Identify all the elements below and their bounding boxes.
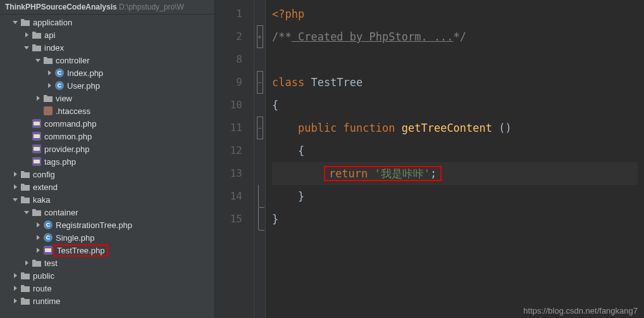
expand-arrow-icon[interactable] — [34, 234, 42, 241]
folder-icon — [20, 194, 30, 205]
expand-arrow-icon[interactable] — [11, 297, 19, 305]
code-token: } — [272, 213, 278, 226]
folder-extend[interactable]: extend — [0, 181, 214, 193]
php-icon — [43, 245, 53, 255]
expand-arrow-icon[interactable] — [34, 56, 42, 64]
folder-controller[interactable]: controller — [0, 54, 214, 67]
folder-public[interactable]: public — [0, 269, 214, 282]
expand-arrow-icon — [23, 158, 30, 165]
folder-kaka[interactable]: kaka — [0, 193, 214, 206]
line-number: 10 — [215, 94, 254, 117]
project-path: D:\phpstudy_pro\W — [119, 3, 184, 11]
line-number: 9 — [215, 71, 254, 94]
expand-arrow-icon — [23, 145, 30, 153]
class-icon: C — [43, 220, 53, 230]
line-number: 13 — [215, 162, 254, 185]
file-provider-php[interactable]: provider.php — [0, 143, 214, 155]
tree-item-label: Single.php — [56, 233, 94, 243]
expand-arrow-icon[interactable] — [46, 82, 53, 89]
tree-item-label: TestTree.php — [53, 245, 108, 257]
folder-icon — [32, 258, 42, 268]
fold-indicator — [254, 162, 265, 185]
file-tags-php[interactable]: tags.php — [0, 155, 214, 168]
file-common-php[interactable]: common.php — [0, 130, 214, 143]
file-registrationtree-php[interactable]: CRegistrationTree.php — [0, 219, 214, 231]
folder-icon — [32, 42, 42, 53]
line-number: 14 — [215, 185, 254, 208]
watermark: https://blog.csdn.net/fangkang7 — [523, 306, 638, 315]
tree-item-label: command.php — [44, 119, 96, 129]
expand-arrow-icon[interactable] — [11, 284, 19, 292]
expand-arrow-icon[interactable] — [34, 94, 42, 102]
code-token: Created by PhpStorm. ... — [292, 30, 454, 43]
folder-api[interactable]: api — [0, 29, 214, 41]
folder-icon — [20, 270, 30, 281]
line-number: 11 — [215, 117, 254, 139]
project-sidebar: ThinkPHPSourceCodeAnalysis D:\phpstudy_p… — [0, 0, 215, 318]
file-index-php[interactable]: CIndex.php — [0, 67, 214, 79]
folder-route[interactable]: route — [0, 282, 214, 295]
code-token: class — [272, 76, 304, 89]
fold-strip[interactable]: +−− — [254, 0, 266, 318]
class-icon: C — [54, 80, 65, 91]
fold-indicator[interactable]: − — [254, 117, 265, 139]
fold-indicator — [254, 3, 265, 25]
expand-arrow-icon[interactable] — [23, 208, 30, 216]
code-area[interactable]: <?php /** Created by PhpStorm. ...*/ cla… — [266, 0, 644, 318]
code-editor[interactable]: 1289101112131415 +−− <?php /** Created b… — [215, 0, 644, 318]
code-token: } — [298, 190, 304, 203]
tree-item-label: provider.php — [44, 144, 90, 154]
tree-item-label: public — [33, 271, 54, 281]
line-number: 2 — [215, 25, 254, 48]
fold-indicator[interactable] — [254, 208, 265, 231]
folder-view[interactable]: view — [0, 92, 214, 105]
folder-config[interactable]: config — [0, 168, 214, 181]
expand-arrow-icon[interactable] — [11, 18, 19, 26]
file-testtree-php[interactable]: TestTree.php — [0, 244, 214, 257]
fold-indicator[interactable]: + — [254, 25, 265, 48]
project-name: ThinkPHPSourceCodeAnalysis — [5, 3, 117, 11]
folder-icon — [20, 182, 30, 192]
tree-item-label: User.php — [67, 81, 100, 91]
expand-arrow-icon[interactable] — [11, 183, 19, 191]
expand-arrow-icon[interactable] — [11, 196, 19, 203]
htaccess-icon — [43, 106, 53, 116]
project-tree[interactable]: applicationapiindexcontrollerCIndex.phpC… — [0, 15, 214, 318]
folder-runtime[interactable]: runtime — [0, 295, 214, 307]
expand-arrow-icon[interactable] — [11, 272, 19, 279]
expand-arrow-icon[interactable] — [46, 69, 53, 77]
code-token: <?php — [272, 8, 304, 20]
folder-index[interactable]: index — [0, 41, 214, 54]
expand-arrow-icon[interactable] — [11, 170, 19, 178]
folder-icon — [43, 55, 53, 65]
code-token: { — [272, 99, 278, 111]
folder-container[interactable]: container — [0, 206, 214, 219]
fold-indicator[interactable]: − — [254, 71, 265, 94]
breadcrumb[interactable]: ThinkPHPSourceCodeAnalysis D:\phpstudy_p… — [0, 0, 214, 15]
php-icon — [32, 144, 42, 154]
file-command-php[interactable]: command.php — [0, 117, 214, 130]
tree-item-label: tags.php — [44, 157, 76, 167]
folder-icon — [20, 296, 30, 306]
line-number: 15 — [215, 208, 254, 231]
file-single-php[interactable]: CSingle.php — [0, 231, 214, 244]
tree-item-label: kaka — [33, 195, 50, 205]
expand-arrow-icon[interactable] — [23, 259, 30, 267]
fold-indicator[interactable] — [254, 185, 265, 208]
code-token: { — [298, 144, 304, 157]
tree-item-label: test — [44, 258, 58, 268]
code-token: public — [298, 122, 337, 134]
expand-arrow-icon[interactable] — [23, 31, 30, 39]
line-gutter: 1289101112131415 — [215, 0, 254, 318]
expand-arrow-icon[interactable] — [23, 44, 30, 51]
file-user-php[interactable]: CUser.php — [0, 79, 214, 92]
expand-arrow-icon[interactable] — [34, 221, 42, 229]
folder-test[interactable]: test — [0, 257, 214, 269]
expand-arrow-icon[interactable] — [34, 246, 42, 254]
expand-arrow-icon — [23, 132, 30, 140]
file-htaccess[interactable]: .htaccess — [0, 105, 214, 117]
tree-item-label: route — [33, 284, 52, 293]
folder-icon — [20, 283, 30, 293]
folder-application[interactable]: application — [0, 16, 214, 29]
tree-item-label: api — [44, 30, 55, 40]
